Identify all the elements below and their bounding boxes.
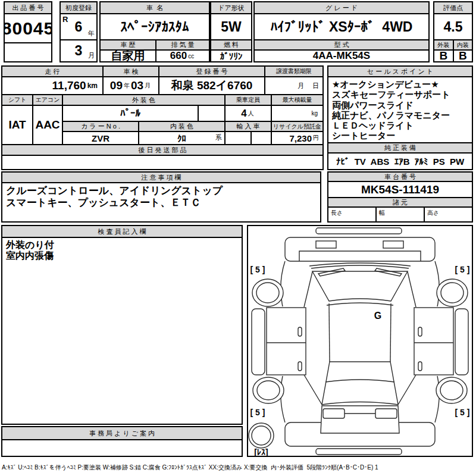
- note-line: スマートキー、プッシュスタート、ＥＴＣ: [6, 197, 201, 209]
- sales-point-label: セ ー ル ス ポ イ ン ト: [328, 67, 472, 76]
- left-wiper: [318, 268, 345, 276]
- inspector-label: 検 査 員 記 入 欄: [2, 226, 242, 237]
- office-notice-label: 事 務 局 よ り ご 案 内: [2, 427, 242, 439]
- max-load-value: kg: [272, 106, 322, 121]
- recycle-fee-unit: 円: [313, 134, 319, 142]
- tire-depth-front-right: [ 5 ]: [455, 265, 470, 274]
- first-registration-month-value: 3: [75, 43, 83, 59]
- left-headlight: [316, 241, 336, 248]
- spec-length: 長さ: [328, 208, 375, 221]
- inspector-line: 室内内張傷: [6, 250, 54, 261]
- chassis-number-value: MK54S-111419: [328, 182, 472, 197]
- exterior-grade-value: B: [434, 51, 453, 61]
- sales-point-box: セ ー ル ス ポ イ ン ト ★オークションデビュー★ スズキセーフティーサポ…: [327, 65, 473, 170]
- car-name-value: ｽﾍﾟｰｼｱｶｽﾀﾑ: [101, 14, 209, 39]
- spare-tire-label: [ﾚｽ]: [254, 447, 268, 456]
- era-mark: R: [62, 15, 68, 24]
- color-no-label: カ ラ ー N o .: [63, 122, 138, 131]
- tire-depth-rear-right: [ 5 ]: [455, 408, 470, 417]
- score-value: 4.5: [434, 14, 472, 39]
- note-line: クルーズコントロール、アイドリングストップ: [6, 185, 223, 197]
- inspector-content: 外装のり付 室内内張傷: [2, 238, 242, 424]
- transfer-day-label: 日: [312, 82, 319, 90]
- model-label: 型 式: [255, 40, 428, 49]
- grade-label: グ レ ー ド: [255, 2, 428, 13]
- auction-no-stamp-area: [5, 43, 51, 61]
- interior-color-value: ｸﾛ 系: [139, 132, 224, 144]
- notes-box: 注 意 事 項 欄 クルーズコントロール、アイドリングストップ スマートキー、プ…: [1, 171, 321, 223]
- front-bumper-bar: [316, 228, 402, 234]
- max-load-label: 最大積載量: [272, 95, 322, 105]
- displacement-unit: cc: [188, 53, 194, 60]
- windshield: [312, 271, 408, 301]
- exterior-color-label: 外 装 色: [63, 95, 224, 105]
- sales-point-item: ★オークションデビュー★: [332, 79, 439, 89]
- car-name-box: 車 名 ｽﾍﾟｰｼｱｶｽﾀﾑ 車 歴 排 気 量 自家用 660 cc: [99, 1, 210, 62]
- damage-legend: A:ｷｽﾞ U:ﾍｺﾐ B:ｷｽﾞを伴うﾍｺﾐ P:要塗装 W:補修跡 S:錆 …: [2, 464, 474, 472]
- left-a-pillar: [304, 272, 312, 307]
- grade-box: グ レ ー ド ﾊｲﾌﾞﾘｯﾄﾞ XSﾀｰﾎﾞ 4WD 型 式 4AA-MK54…: [253, 1, 430, 62]
- inspection-year-unit: 年: [124, 82, 130, 90]
- first-registration-year-value: 6: [75, 19, 83, 35]
- door-shape-box: ドア形状 5W 燃 料 ｶﾞｿﾘﾝ: [210, 1, 252, 62]
- auction-no-value: 80045: [5, 14, 51, 42]
- car-name-label: 車 名: [101, 2, 209, 13]
- registration-label: 登 録 番 号: [159, 67, 264, 76]
- sales-point-list: ★オークションデビュー★ スズキセーフティーサポート 両側パワースライド 純正ナ…: [328, 77, 472, 142]
- transfer-deadline-label: 譲渡書類期限: [265, 67, 322, 76]
- fuel-value: ｶﾞｿﾘﾝ: [211, 51, 251, 61]
- sales-point-item: スズキセーフティーサポート: [332, 89, 450, 99]
- inspection-label: 車 検: [104, 67, 158, 76]
- auction-no-box: 出 品 番 号 80045: [4, 1, 52, 62]
- transfer-month-label: 月: [298, 82, 304, 90]
- inspection-month: 03: [131, 79, 143, 92]
- import-value-extra: [252, 132, 271, 144]
- spec-width: 幅: [377, 208, 424, 221]
- equipment-label: 純 正 装 備: [328, 143, 472, 152]
- rear-window-line: [325, 380, 394, 382]
- interior-grade-label: 内装: [454, 40, 472, 49]
- score-box: 評価点 4.5 外装 内装 B B: [433, 1, 473, 62]
- door-shape-label: ドア形状: [211, 2, 251, 13]
- capacity-label: 乗車定員: [226, 95, 271, 105]
- tire-depth-front-left: [ 5 ]: [250, 265, 265, 274]
- mileage-number: 11,760: [52, 79, 86, 92]
- spec-length-label: 長さ: [331, 209, 343, 217]
- front-left-wheel: [252, 279, 283, 306]
- front-face: [285, 237, 435, 261]
- door-shape-value: 5W: [211, 14, 251, 39]
- right-wiper: [375, 268, 402, 276]
- registration-no-value: 和泉 582イ6760: [159, 77, 264, 94]
- displacement-value: 660 cc: [156, 51, 209, 61]
- model-code-value: 4AA-MK54S: [255, 51, 428, 61]
- exterior-grade-label: 外装: [434, 40, 453, 49]
- inspector-line: 外装のり付: [6, 240, 54, 250]
- displacement-number: 660: [170, 51, 187, 61]
- capacity-unit: 人: [248, 109, 254, 118]
- max-load-unit: kg: [311, 110, 318, 117]
- recycle-label: リサイクル預託金: [272, 122, 322, 131]
- spec-height-label: 高さ: [427, 209, 439, 217]
- sales-point-item: 純正ナビ、パノラマモニター: [332, 110, 450, 120]
- hood-edge: [299, 251, 421, 261]
- roof-front-line: [327, 303, 393, 305]
- later-parts-label: 後 日 発 送 部 品: [2, 145, 322, 155]
- score-label: 評価点: [434, 2, 472, 13]
- mileage-value: 11,760 km: [2, 77, 102, 94]
- year-unit: 年: [88, 29, 95, 38]
- spec-width-label: 幅: [379, 209, 385, 217]
- month-unit: 月: [88, 51, 95, 60]
- right-a-pillar: [408, 272, 416, 307]
- history-label: 車 歴: [101, 40, 155, 49]
- notes-label: 注 意 事 項 欄: [2, 173, 320, 182]
- rear-lower-bar: [316, 449, 402, 455]
- first-registration-month: 3 月: [61, 40, 96, 61]
- car-outline-svg: [ 5 ] [ 5 ] [ 5 ] [ 5 ] [ﾚｽ] G: [248, 226, 472, 456]
- mileage-unit: km: [87, 82, 98, 90]
- left-sill: [252, 309, 265, 375]
- inspector-box: 検 査 員 記 入 欄 外装のり付 室内内張傷: [1, 225, 243, 425]
- right-doors: [414, 308, 453, 375]
- chassis-box: 車 台 番 号 MK54S-111419 諸 元 長さ 幅 高さ: [327, 171, 473, 223]
- recycle-fee-number: 7,230: [289, 133, 312, 143]
- office-notice-content: [2, 440, 242, 456]
